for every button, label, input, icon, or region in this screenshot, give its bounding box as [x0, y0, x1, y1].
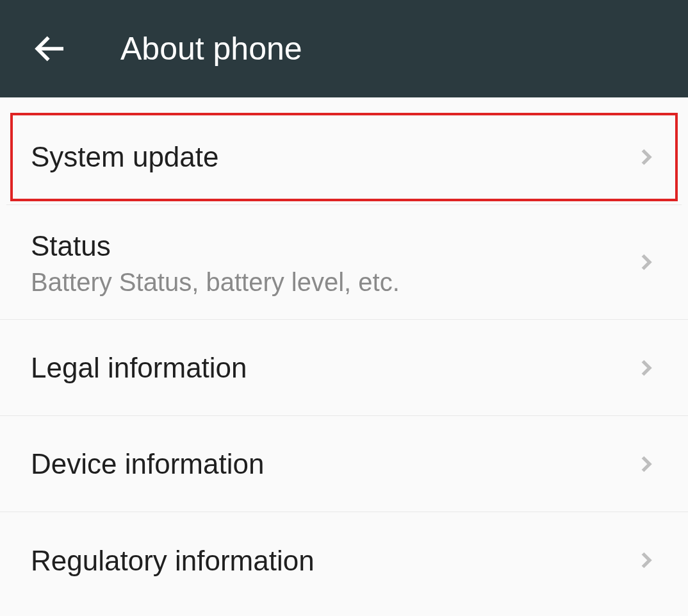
header: About phone [0, 0, 688, 97]
item-text: Regulatory information [31, 542, 315, 579]
item-text: Legal information [31, 349, 247, 386]
item-text: Device information [31, 445, 264, 482]
chevron-right-icon [634, 146, 657, 169]
item-title: Regulatory information [31, 542, 315, 579]
back-button[interactable] [31, 29, 69, 68]
item-regulatory-information[interactable]: Regulatory information [0, 512, 688, 608]
item-status[interactable]: Status Battery Status, battery level, et… [0, 205, 688, 320]
item-device-information[interactable]: Device information [0, 416, 688, 512]
item-title: Status [31, 228, 400, 264]
item-text: System update [31, 138, 219, 175]
chevron-right-icon [634, 549, 657, 572]
settings-list: System update Status Battery Status, bat… [0, 97, 688, 608]
item-title: Device information [31, 445, 264, 482]
item-subtitle: Battery Status, battery level, etc. [31, 268, 400, 297]
item-system-update[interactable]: System update [6, 109, 682, 205]
item-text: Status Battery Status, battery level, et… [31, 228, 400, 297]
chevron-right-icon [634, 356, 657, 379]
arrow-left-icon [32, 31, 68, 67]
chevron-right-icon [634, 453, 657, 476]
page-title: About phone [120, 30, 302, 67]
item-title: Legal information [31, 349, 247, 386]
item-legal-information[interactable]: Legal information [0, 320, 688, 416]
chevron-right-icon [634, 251, 657, 274]
item-title: System update [31, 138, 219, 175]
